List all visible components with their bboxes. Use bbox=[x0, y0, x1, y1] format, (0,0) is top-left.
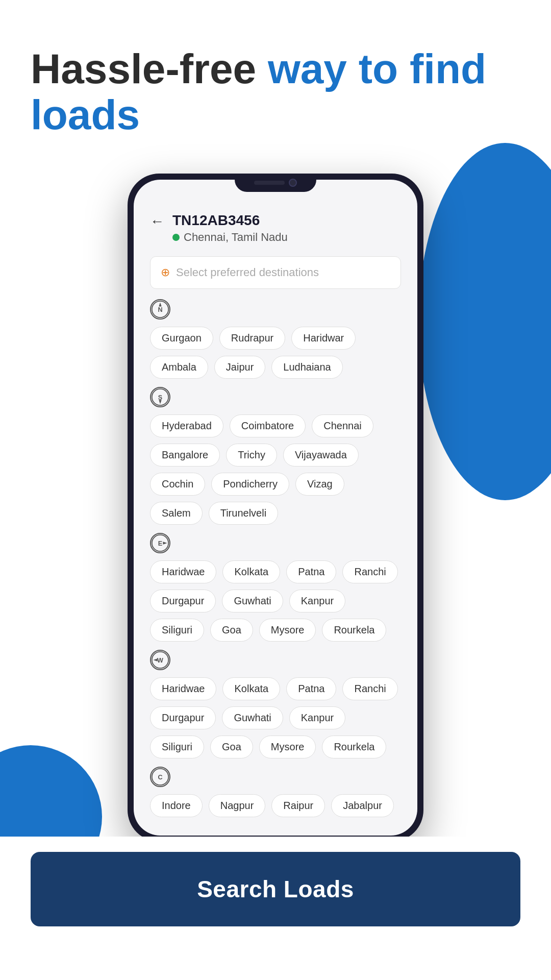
back-button[interactable]: ← bbox=[150, 213, 164, 230]
chip-haridwar[interactable]: Haridwar bbox=[291, 327, 356, 350]
chips-row-central: IndoreNagpurRaipurJabalpur bbox=[150, 794, 401, 817]
direction-header-west: W bbox=[150, 650, 401, 670]
phone-frame: ← TN12AB3456 Chennai, Tamil Nadu ⊕ Selec… bbox=[128, 174, 423, 842]
chip-rourkela[interactable]: Rourkela bbox=[322, 736, 386, 758]
chip-jabalpur[interactable]: Jabalpur bbox=[331, 794, 394, 817]
svg-marker-11 bbox=[154, 659, 158, 662]
headline-text: Hassle-free way to find loads bbox=[31, 46, 520, 138]
svg-marker-5 bbox=[159, 400, 161, 404]
chips-row-west: HaridwaeKolkataPatnaRanchiDurgapurGuwhat… bbox=[150, 677, 401, 758]
chip-haridwae[interactable]: Haridwae bbox=[150, 560, 216, 583]
vehicle-info: TN12AB3456 Chennai, Tamil Nadu bbox=[172, 212, 288, 244]
chip-kanpur[interactable]: Kanpur bbox=[289, 706, 346, 729]
direction-badge-south: S bbox=[150, 387, 170, 407]
screen-header: ← TN12AB3456 Chennai, Tamil Nadu bbox=[146, 204, 405, 252]
search-placeholder: Select preferred destinations bbox=[176, 266, 319, 279]
chip-ranchi[interactable]: Ranchi bbox=[342, 677, 397, 700]
chip-salem[interactable]: Salem bbox=[150, 502, 203, 525]
chip-nagpur[interactable]: Nagpur bbox=[209, 794, 266, 817]
direction-header-north: N bbox=[150, 299, 401, 320]
chip-vizag[interactable]: Vizag bbox=[295, 473, 344, 496]
vehicle-plate: TN12AB3456 bbox=[172, 212, 288, 229]
chip-coimbatore[interactable]: Coimbatore bbox=[230, 414, 306, 437]
direction-section-east: E HaridwaeKolkataPatnaRanchiDurgapurGuwh… bbox=[146, 533, 405, 642]
vehicle-city: Chennai, Tamil Nadu bbox=[184, 231, 288, 244]
notch-camera bbox=[289, 179, 297, 187]
headline-part1: Hassle-free bbox=[31, 45, 268, 92]
svg-marker-2 bbox=[159, 303, 161, 307]
headline-section: Hassle-free way to find loads bbox=[0, 0, 551, 163]
chip-kanpur[interactable]: Kanpur bbox=[289, 590, 346, 612]
svg-text:E: E bbox=[158, 540, 162, 547]
chip-bangalore[interactable]: Bangalore bbox=[150, 444, 220, 467]
chip-goa[interactable]: Goa bbox=[210, 736, 253, 758]
chip-jaipur[interactable]: Jaipur bbox=[214, 356, 265, 379]
chip-raipur[interactable]: Raipur bbox=[271, 794, 325, 817]
chip-guwhati[interactable]: Guwhati bbox=[222, 590, 283, 612]
phone-screen: ← TN12AB3456 Chennai, Tamil Nadu ⊕ Selec… bbox=[134, 180, 417, 836]
destination-search-box[interactable]: ⊕ Select preferred destinations bbox=[150, 256, 401, 289]
chip-siliguri[interactable]: Siliguri bbox=[150, 736, 204, 758]
chip-durgapur[interactable]: Durgapur bbox=[150, 706, 216, 729]
chip-ambala[interactable]: Ambala bbox=[150, 356, 208, 379]
chips-row-north: GurgaonRudrapurHaridwarAmbalaJaipurLudha… bbox=[150, 327, 401, 379]
chip-ranchi[interactable]: Ranchi bbox=[342, 560, 397, 583]
bottom-cta-section: Search Loads bbox=[0, 837, 551, 947]
chip-rudrapur[interactable]: Rudrapur bbox=[219, 327, 285, 350]
chip-haridwae[interactable]: Haridwae bbox=[150, 677, 216, 700]
chip-kolkata[interactable]: Kolkata bbox=[222, 677, 280, 700]
direction-section-south: S HyderabadCoimbatoreChennaiBangaloreTri… bbox=[146, 387, 405, 525]
chip-tirunelveli[interactable]: Tirunelveli bbox=[209, 502, 278, 525]
direction-badge-east: E bbox=[150, 533, 170, 553]
chip-patna[interactable]: Patna bbox=[286, 677, 336, 700]
location-pin-icon: ⊕ bbox=[161, 266, 170, 279]
chip-chennai[interactable]: Chennai bbox=[312, 414, 373, 437]
chip-indore[interactable]: Indore bbox=[150, 794, 203, 817]
direction-section-north: N GurgaonRudrapurHaridwarAmbalaJaipurLud… bbox=[146, 299, 405, 379]
search-loads-button[interactable]: Search Loads bbox=[31, 852, 520, 926]
direction-section-west: W HaridwaeKolkataPatnaRanchiDurgapurGuwh… bbox=[146, 650, 405, 758]
direction-header-east: E bbox=[150, 533, 401, 553]
direction-section-central: C IndoreNagpurRaipurJabalpur bbox=[146, 767, 405, 817]
svg-text:C: C bbox=[158, 774, 162, 781]
notch-speaker bbox=[254, 181, 285, 185]
svg-text:W: W bbox=[157, 657, 163, 664]
chip-vijayawada[interactable]: Vijayawada bbox=[283, 444, 359, 467]
chip-mysore[interactable]: Mysore bbox=[259, 736, 316, 758]
chip-cochin[interactable]: Cochin bbox=[150, 473, 205, 496]
chip-pondicherry[interactable]: Pondicherry bbox=[211, 473, 289, 496]
chip-rourkela[interactable]: Rourkela bbox=[322, 619, 386, 642]
direction-header-central: C bbox=[150, 767, 401, 787]
chip-kolkata[interactable]: Kolkata bbox=[222, 560, 280, 583]
direction-badge-west: W bbox=[150, 650, 170, 670]
location-dot bbox=[172, 234, 180, 241]
phone-notch bbox=[235, 174, 316, 192]
chip-mysore[interactable]: Mysore bbox=[259, 619, 316, 642]
svg-text:N: N bbox=[158, 306, 162, 313]
chip-ludhaiana[interactable]: Ludhaiana bbox=[271, 356, 342, 379]
screen-content: ← TN12AB3456 Chennai, Tamil Nadu ⊕ Selec… bbox=[134, 180, 417, 836]
direction-header-south: S bbox=[150, 387, 401, 407]
chip-goa[interactable]: Goa bbox=[210, 619, 253, 642]
chip-hyderabad[interactable]: Hyderabad bbox=[150, 414, 223, 437]
phone-mockup: ← TN12AB3456 Chennai, Tamil Nadu ⊕ Selec… bbox=[0, 174, 551, 842]
chip-guwhati[interactable]: Guwhati bbox=[222, 706, 283, 729]
chip-trichy[interactable]: Trichy bbox=[226, 444, 277, 467]
chip-durgapur[interactable]: Durgapur bbox=[150, 590, 216, 612]
direction-badge-north: N bbox=[150, 299, 170, 320]
chip-patna[interactable]: Patna bbox=[286, 560, 336, 583]
vehicle-location: Chennai, Tamil Nadu bbox=[172, 231, 288, 244]
chip-siliguri[interactable]: Siliguri bbox=[150, 619, 204, 642]
direction-badge-central: C bbox=[150, 767, 170, 787]
chip-gurgaon[interactable]: Gurgaon bbox=[150, 327, 213, 350]
svg-marker-8 bbox=[163, 542, 167, 545]
chips-row-east: HaridwaeKolkataPatnaRanchiDurgapurGuwhat… bbox=[150, 560, 401, 642]
directions-container: N GurgaonRudrapurHaridwarAmbalaJaipurLud… bbox=[146, 299, 405, 817]
chips-row-south: HyderabadCoimbatoreChennaiBangaloreTrich… bbox=[150, 414, 401, 525]
